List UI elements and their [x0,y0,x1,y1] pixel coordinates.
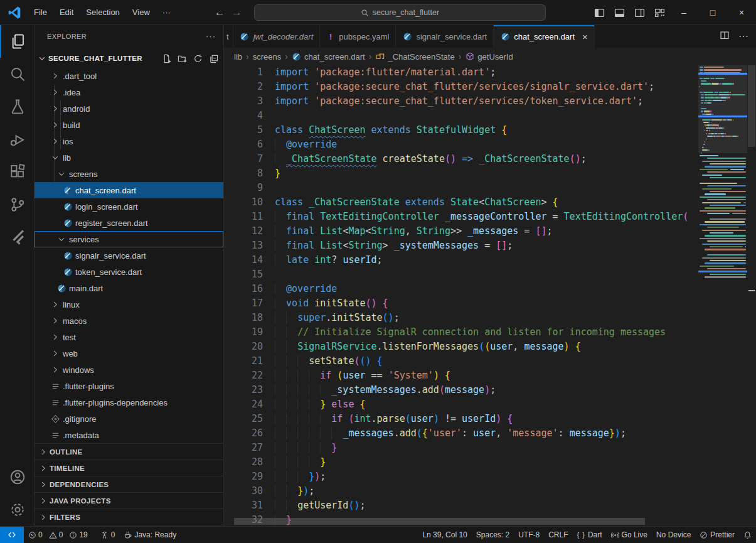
toggle-primary-sidebar-icon[interactable] [589,4,609,21]
status-problems[interactable]: 0019 [24,527,96,543]
activity-run-debug[interactable] [0,123,34,156]
minimap-visible-region[interactable] [698,65,747,153]
breadcrumb-getuserid[interactable]: getUserId [465,52,513,62]
refresh-button[interactable] [193,54,203,63]
status-go-live[interactable]: Go Live [607,527,652,543]
activity-accounts[interactable] [0,461,34,493]
activity-extensions[interactable] [0,156,34,188]
section-timeline[interactable]: TIMELINE [35,460,223,476]
toggle-panel-icon[interactable] [609,4,629,21]
toggle-secondary-sidebar-icon[interactable] [629,4,649,21]
tree-item-flutter-plugins-dependencies[interactable]: .flutter-plugins-dependencies [35,394,223,411]
status-cursor-position[interactable]: Ln 39, Col 10 [418,527,471,543]
tree-item-screens[interactable]: screens [35,166,223,182]
breadcrumb-lib[interactable]: lib [234,52,242,62]
menu-selection[interactable]: Selection [80,5,125,19]
vertical-scrollbar[interactable] [747,65,756,526]
status-remote[interactable] [0,527,24,543]
tree-item-ios[interactable]: ios [35,133,223,149]
breadcrumb-chat-screen-dart[interactable]: chat_screen.dart [292,52,365,62]
status-language-mode[interactable]: { }Dart [573,527,607,543]
line-number: 22 [224,368,263,383]
project-header[interactable]: SECURE_CHAT_FLUTTER [35,51,223,66]
code-line: 19 // Initialize SignalR connection and … [224,325,698,340]
tab-partial[interactable]: t [224,25,233,48]
tree-item-login-screen-dart[interactable]: login_screen.dart [35,198,223,215]
tree-item-android[interactable]: android [35,100,223,117]
status-java-status[interactable]: Java: Ready [119,527,181,543]
braces-icon: { } [577,531,585,539]
status-notifications[interactable] [739,527,756,543]
tree-item-dart-tool[interactable]: .dart_tool [35,68,223,84]
command-center-search[interactable]: secure_chat_flutter [254,4,546,21]
tree-item-services[interactable]: services [35,231,223,247]
minimap[interactable] [698,65,747,526]
tree-item-test[interactable]: test [35,329,223,345]
section-dependencies[interactable]: DEPENDENCIES [35,476,223,493]
split-editor-icon[interactable] [720,30,730,43]
status-text: Prettier [710,530,735,539]
breadcrumb-screens[interactable]: screens [253,52,282,62]
vertical-scrollbar-slider[interactable] [748,65,755,147]
tree-item-web[interactable]: web [35,345,223,362]
activity-settings[interactable] [0,493,34,526]
tree-item-main-dart[interactable]: main.dart [35,280,223,296]
breadcrumb-chatscreenstate[interactable]: _ChatScreenState [375,52,454,62]
code-editor[interactable]: 1import 'package:flutter/material.dart';… [224,65,756,526]
tree-item-token-service-dart[interactable]: token_service.dart [35,264,223,280]
section-filters[interactable]: FILTERS [35,509,223,525]
line-content: super.initState(); [263,311,400,325]
close-button[interactable]: × [727,0,756,25]
tree-item-chat-screen-dart[interactable]: chat_screen.dart [35,182,223,198]
maximize-button[interactable]: □ [698,0,727,25]
menu-edit[interactable]: Edit [53,5,80,19]
status-indentation[interactable]: Spaces: 2 [472,527,514,543]
tree-item-lib[interactable]: lib [35,149,223,166]
explorer-more-icon[interactable]: ··· [206,31,216,41]
tab-jwt-decoder-dart[interactable]: jwt_decoder.dart [233,25,321,48]
close-tab-icon[interactable]: × [582,31,588,42]
tab-chat-screen-dart[interactable]: chat_screen.dart× [494,25,595,48]
status-encoding[interactable]: UTF-8 [514,527,544,543]
status-prettier[interactable]: Prettier [695,527,739,543]
tree-item-macos[interactable]: macos [35,313,223,329]
back-icon[interactable]: ← [215,6,225,19]
menu-more[interactable]: ··· [156,5,177,19]
tree-item-gitignore[interactable]: .gitignore [35,411,223,427]
tree-item-signalr-service-dart[interactable]: signalr_service.dart [35,247,223,264]
activity-flutter[interactable] [0,221,34,254]
new-file-button[interactable] [162,54,171,63]
collapse-all-button[interactable] [209,54,218,63]
activity-explorer[interactable] [0,25,34,58]
menu-view[interactable]: View [126,5,156,19]
section-outline[interactable]: OUTLINE [35,444,223,460]
section-java-projects[interactable]: JAVA PROJECTS [35,493,223,509]
more-actions-icon[interactable]: ··· [738,31,748,42]
tree-item-register-screen-dart[interactable]: register_screen.dart [35,215,223,231]
forward-icon[interactable]: → [232,6,242,19]
horizontal-scrollbar-slider[interactable] [234,518,645,525]
minimize-button[interactable]: – [669,0,698,25]
status-eol[interactable]: CRLF [544,527,572,543]
symbol-class-icon [375,52,385,61]
tree-item-metadata[interactable]: .metadata [35,427,223,443]
menu-file[interactable]: File [28,5,53,19]
tree-item-idea[interactable]: .idea [35,84,223,100]
activity-source-control[interactable] [0,188,34,221]
activity-search[interactable] [0,58,34,90]
tree-item-label: .flutter-plugins [63,382,114,391]
tree-item-linux[interactable]: linux [35,296,223,313]
new-folder-button[interactable] [178,54,187,63]
tree-item-flutter-plugins[interactable]: .flutter-plugins [35,378,223,394]
customize-layout-icon[interactable] [649,4,669,21]
tab-signalr-service-dart[interactable]: signalr_service.dart [396,25,494,48]
tree-item-windows[interactable]: windows [35,362,223,378]
dart-file-icon [402,32,412,41]
status-ports[interactable]: 0 [96,527,120,543]
tab-pubspec-yaml[interactable]: !pubspec.yaml [320,25,396,48]
line-number: 2 [224,80,263,94]
status-flutter-device[interactable]: No Device [652,527,695,543]
tree-item-build[interactable]: build [35,117,223,133]
line-number: 6 [224,137,263,152]
activity-testing[interactable] [0,90,34,123]
